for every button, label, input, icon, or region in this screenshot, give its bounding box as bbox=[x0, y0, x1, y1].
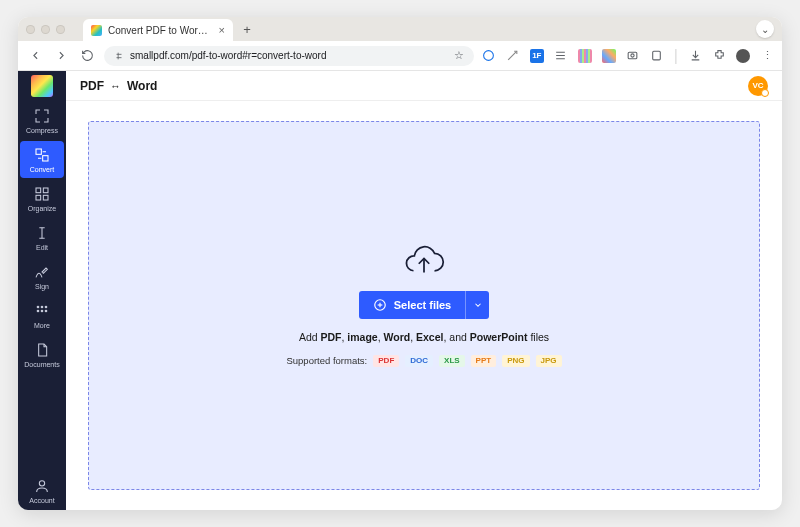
page-title: PDF ↔ Word bbox=[80, 79, 157, 93]
address-bar[interactable]: smallpdf.com/pdf-to-word#r=convert-to-wo… bbox=[104, 46, 474, 66]
svg-point-20 bbox=[37, 310, 40, 313]
sidebar-label: Documents bbox=[24, 361, 59, 368]
maximize-window-icon[interactable] bbox=[56, 25, 65, 34]
sidebar-item-account[interactable]: Account bbox=[20, 472, 64, 509]
sidebar-item-more[interactable]: More bbox=[20, 297, 64, 334]
sidebar-item-compress[interactable]: Compress bbox=[20, 102, 64, 139]
svg-rect-12 bbox=[43, 156, 48, 161]
close-tab-icon[interactable]: × bbox=[219, 24, 225, 36]
formats-label: Supported formats: bbox=[286, 355, 367, 366]
sidebar-item-edit[interactable]: Edit bbox=[20, 219, 64, 256]
browser-toolbar: smallpdf.com/pdf-to-word#r=convert-to-wo… bbox=[18, 41, 782, 71]
svg-point-19 bbox=[45, 306, 48, 309]
sidebar-item-organize[interactable]: Organize bbox=[20, 180, 64, 217]
sidebar-label: Edit bbox=[36, 244, 48, 251]
svg-rect-11 bbox=[36, 149, 41, 154]
sidebar-label: More bbox=[34, 322, 50, 329]
format-badge-xls: XLS bbox=[439, 355, 465, 367]
svg-rect-16 bbox=[43, 195, 48, 200]
swap-icon: ↔ bbox=[110, 80, 121, 92]
select-files-dropdown[interactable] bbox=[465, 291, 489, 319]
sidebar-item-convert[interactable]: Convert bbox=[20, 141, 64, 178]
logo-icon bbox=[31, 75, 53, 97]
sidebar-label: Compress bbox=[26, 127, 58, 134]
supported-formats: Supported formats: PDF DOC XLS PPT PNG J… bbox=[286, 355, 561, 367]
svg-point-21 bbox=[41, 310, 44, 313]
profile-avatar-icon[interactable] bbox=[736, 49, 750, 63]
extension-icon[interactable] bbox=[602, 49, 616, 63]
sidebar: Compress Convert Organize Edit Sign More bbox=[18, 71, 66, 510]
title-left: PDF bbox=[80, 79, 104, 93]
extension-icon[interactable] bbox=[506, 49, 520, 63]
tab-strip: Convert PDF to Word for free × + ⌄ bbox=[18, 17, 782, 41]
site-info-icon[interactable] bbox=[114, 51, 124, 61]
sidebar-item-sign[interactable]: Sign bbox=[20, 258, 64, 295]
format-badge-ppt: PPT bbox=[471, 355, 497, 367]
svg-point-22 bbox=[45, 310, 48, 313]
extension-icon[interactable] bbox=[626, 49, 640, 63]
upload-cloud-icon bbox=[403, 245, 445, 279]
format-badge-png: PNG bbox=[502, 355, 529, 367]
window-controls[interactable] bbox=[26, 25, 65, 34]
sign-icon bbox=[34, 264, 50, 280]
new-tab-button[interactable]: + bbox=[239, 22, 255, 37]
tab-title: Convert PDF to Word for free bbox=[108, 25, 213, 36]
svg-point-3 bbox=[484, 51, 494, 61]
svg-point-8 bbox=[631, 54, 634, 57]
organize-icon bbox=[34, 186, 50, 202]
file-types-hint: Add PDF, image, Word, Excel, and PowerPo… bbox=[299, 331, 549, 343]
bookmark-icon[interactable]: ☆ bbox=[454, 49, 464, 62]
sidebar-item-documents[interactable]: Documents bbox=[20, 336, 64, 373]
user-avatar[interactable]: VC bbox=[748, 76, 768, 96]
svg-point-17 bbox=[37, 306, 40, 309]
favicon-icon bbox=[91, 25, 102, 36]
edit-icon bbox=[34, 225, 50, 241]
compress-icon bbox=[34, 108, 50, 124]
plus-circle-icon bbox=[373, 298, 387, 312]
file-dropzone[interactable]: Select files Add PDF, image, Word, Excel… bbox=[88, 121, 760, 490]
sidebar-label: Account bbox=[29, 497, 54, 504]
extensions-menu-icon[interactable] bbox=[712, 49, 726, 63]
tabs-dropdown-button[interactable]: ⌄ bbox=[756, 20, 774, 38]
extension-icon[interactable] bbox=[650, 49, 664, 63]
svg-rect-9 bbox=[653, 51, 661, 60]
extension-icon[interactable] bbox=[482, 49, 496, 63]
svg-rect-7 bbox=[629, 52, 638, 59]
page-header: PDF ↔ Word VC bbox=[66, 71, 782, 101]
downloads-icon[interactable] bbox=[688, 49, 702, 63]
select-files-label: Select files bbox=[394, 299, 451, 311]
minimize-window-icon[interactable] bbox=[41, 25, 50, 34]
app-body: Compress Convert Organize Edit Sign More bbox=[18, 71, 782, 510]
extensions-row: 1F | ⋮ bbox=[482, 47, 774, 65]
more-icon bbox=[34, 303, 50, 319]
back-button[interactable] bbox=[26, 47, 44, 65]
svg-point-23 bbox=[39, 481, 44, 486]
page: PDF ↔ Word VC Select file bbox=[66, 71, 782, 510]
account-icon bbox=[34, 478, 50, 494]
format-badge-jpg: JPG bbox=[536, 355, 562, 367]
reload-button[interactable] bbox=[78, 47, 96, 65]
format-badge-doc: DOC bbox=[405, 355, 433, 367]
content-area: Select files Add PDF, image, Word, Excel… bbox=[66, 101, 782, 510]
sidebar-label: Organize bbox=[28, 205, 56, 212]
browser-menu-icon[interactable]: ⋮ bbox=[760, 49, 774, 63]
convert-icon bbox=[34, 147, 50, 163]
select-files-button[interactable]: Select files bbox=[359, 291, 465, 319]
title-right: Word bbox=[127, 79, 157, 93]
forward-button[interactable] bbox=[52, 47, 70, 65]
extension-icon[interactable] bbox=[554, 49, 568, 63]
documents-icon bbox=[34, 342, 50, 358]
sidebar-label: Convert bbox=[30, 166, 55, 173]
sidebar-label: Sign bbox=[35, 283, 49, 290]
svg-rect-13 bbox=[36, 188, 41, 193]
extension-icon[interactable]: 1F bbox=[530, 49, 544, 63]
browser-tab[interactable]: Convert PDF to Word for free × bbox=[83, 19, 233, 41]
svg-rect-14 bbox=[43, 188, 48, 193]
url-text: smallpdf.com/pdf-to-word#r=convert-to-wo… bbox=[130, 50, 448, 61]
logo[interactable] bbox=[18, 71, 66, 101]
chevron-down-icon bbox=[473, 300, 483, 310]
extension-icon[interactable] bbox=[578, 49, 592, 63]
close-window-icon[interactable] bbox=[26, 25, 35, 34]
browser-window: Convert PDF to Word for free × + ⌄ small… bbox=[18, 17, 782, 510]
format-badge-pdf: PDF bbox=[373, 355, 399, 367]
